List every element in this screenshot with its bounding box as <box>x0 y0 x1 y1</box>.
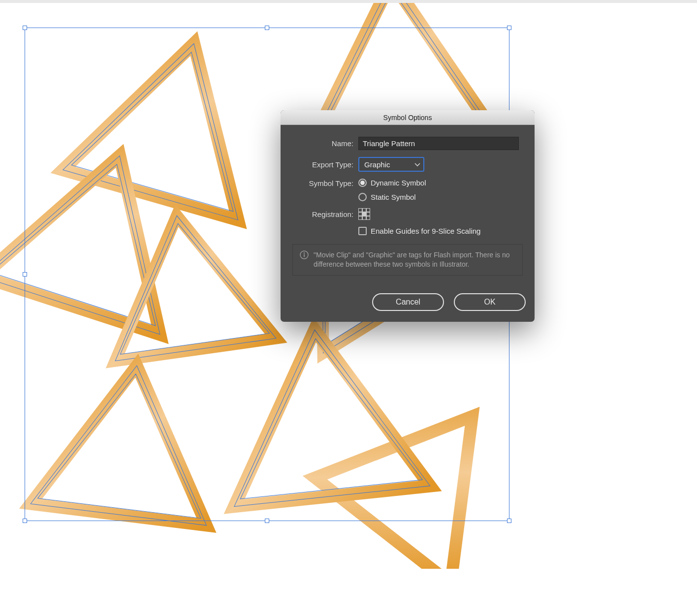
radio-unselected-icon <box>358 193 367 201</box>
checkbox-unchecked-icon <box>358 227 367 235</box>
selection-handle-middle-left[interactable] <box>23 272 27 277</box>
name-label: Name: <box>292 139 358 148</box>
static-symbol-label: Static Symbol <box>371 193 416 201</box>
svg-rect-24 <box>304 254 305 257</box>
selection-handle-bottom-middle[interactable] <box>265 519 269 523</box>
dynamic-symbol-label: Dynamic Symbol <box>371 179 426 187</box>
info-text: "Movie Clip" and "Graphic" are tags for … <box>314 250 515 269</box>
registration-grid[interactable] <box>358 208 370 220</box>
name-input[interactable] <box>358 137 519 150</box>
selection-handle-bottom-right[interactable] <box>507 519 511 523</box>
export-type-value: Graphic <box>364 160 390 169</box>
cancel-button[interactable]: Cancel <box>372 293 444 311</box>
canvas-background: Symbol Options Name: Export Type: Graphi… <box>0 0 697 616</box>
svg-point-23 <box>304 252 305 253</box>
dialog-buttons: Cancel OK <box>281 280 535 322</box>
dialog-body: Name: Export Type: Graphic S <box>281 125 535 280</box>
radio-selected-icon <box>358 179 367 187</box>
selection-handle-top-middle[interactable] <box>265 26 269 30</box>
export-type-select[interactable]: Graphic <box>358 157 424 172</box>
enable-guides-checkbox[interactable]: Enable Guides for 9-Slice Scaling <box>358 227 480 235</box>
enable-guides-label: Enable Guides for 9-Slice Scaling <box>371 227 480 235</box>
info-icon <box>300 250 309 259</box>
symbol-type-static-radio[interactable]: Static Symbol <box>358 193 426 201</box>
selection-handle-top-right[interactable] <box>507 26 511 30</box>
symbol-options-dialog: Symbol Options Name: Export Type: Graphi… <box>281 110 535 322</box>
artboard[interactable]: Symbol Options Name: Export Type: Graphi… <box>0 3 697 616</box>
selection-handle-top-left[interactable] <box>23 26 27 30</box>
registration-label: Registration: <box>292 210 358 218</box>
ok-button[interactable]: OK <box>454 293 526 311</box>
symbol-type-dynamic-radio[interactable]: Dynamic Symbol <box>358 179 426 187</box>
export-type-label: Export Type: <box>292 160 358 169</box>
info-box: "Movie Clip" and "Graphic" are tags for … <box>292 244 523 276</box>
dialog-title: Symbol Options <box>281 110 535 125</box>
symbol-type-label: Symbol Type: <box>292 179 358 187</box>
selection-handle-bottom-left[interactable] <box>23 519 27 523</box>
